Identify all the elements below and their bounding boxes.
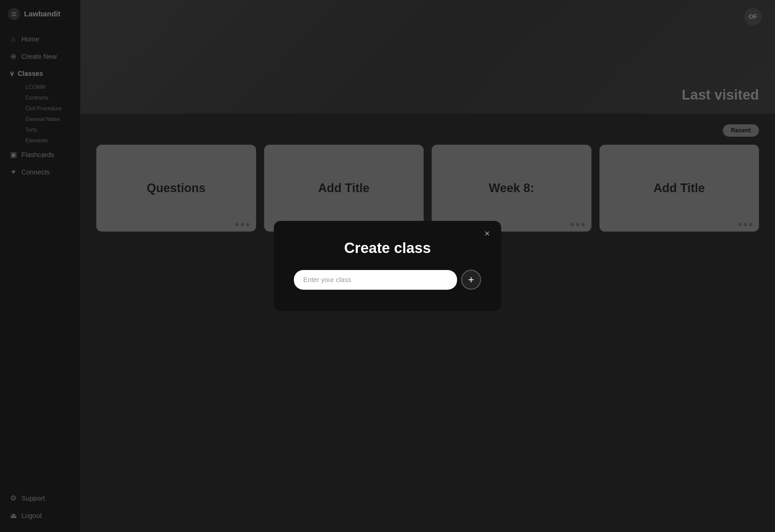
modal-add-button[interactable]: + [461, 270, 481, 290]
class-name-input[interactable] [294, 270, 457, 290]
modal-overlay[interactable]: × Create class + [0, 0, 775, 532]
modal-close-button[interactable]: × [481, 228, 493, 240]
modal-input-row: + [294, 270, 481, 290]
plus-icon: + [468, 274, 474, 286]
create-class-modal: × Create class + [274, 221, 501, 311]
modal-title: Create class [344, 240, 431, 256]
